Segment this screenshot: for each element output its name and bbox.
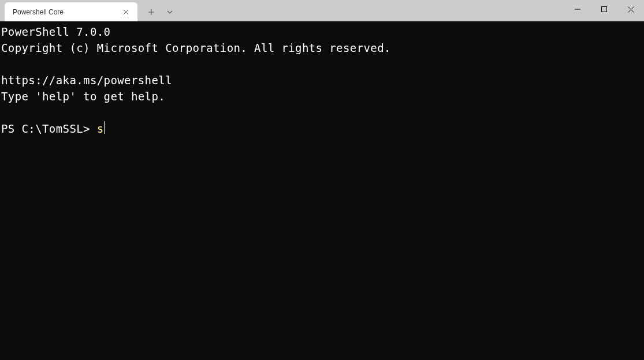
prompt-line: PS C:\TomSSL> s xyxy=(1,122,105,135)
close-icon[interactable] xyxy=(120,6,132,18)
svg-rect-0 xyxy=(602,7,607,12)
terminal-line-copyright: Copyright (c) Microsoft Corporation. All… xyxy=(1,42,391,54)
tab-title: Powershell Core xyxy=(13,8,120,16)
cursor-icon xyxy=(104,121,105,134)
maximize-button[interactable] xyxy=(591,0,617,18)
tab-powershell[interactable]: Powershell Core xyxy=(5,2,137,21)
tab-actions xyxy=(142,2,179,21)
tab-dropdown-button[interactable] xyxy=(161,3,179,21)
close-window-button[interactable] xyxy=(617,0,644,18)
new-tab-button[interactable] xyxy=(142,3,161,21)
minimize-button[interactable] xyxy=(564,0,591,18)
terminal-line-version: PowerShell 7.0.0 xyxy=(1,25,110,38)
terminal-body[interactable]: PowerShell 7.0.0 Copyright (c) Microsoft… xyxy=(0,21,644,360)
prompt-prefix: PS C:\TomSSL> xyxy=(1,122,97,135)
prompt-input[interactable]: s xyxy=(97,122,104,135)
window-controls xyxy=(564,0,644,21)
terminal-line-url: https://aka.ms/powershell xyxy=(1,74,172,87)
terminal-line-help: Type 'help' to get help. xyxy=(1,90,165,103)
titlebar: Powershell Core xyxy=(0,0,644,21)
